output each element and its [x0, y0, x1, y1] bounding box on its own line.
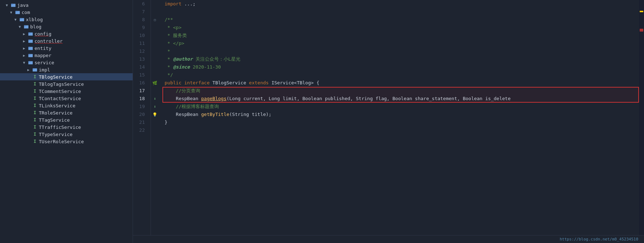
arrow-icon: ▼	[13, 17, 18, 22]
sidebar-item-com[interactable]: ▼ com	[0, 9, 133, 16]
gutter-line-22	[151, 126, 159, 134]
sidebar-item-ttagservice-label: TTagService	[39, 117, 70, 123]
sidebar-item-ttypeservice[interactable]: I TTypeService	[0, 131, 133, 138]
line-num-14: 14	[133, 63, 148, 71]
sidebar-item-mapper[interactable]: ▶ mapper	[0, 52, 133, 59]
sidebar-item-blog-label: blog	[30, 24, 41, 29]
interface-icon: I	[32, 117, 38, 123]
line-num-18: 18	[133, 95, 148, 103]
line-num-11: 11	[133, 39, 148, 47]
arrow-icon	[26, 139, 31, 144]
interface-icon: I	[32, 124, 38, 130]
svg-rect-15	[28, 54, 30, 55]
gutter-bean-18[interactable]: ⬇	[151, 95, 159, 103]
svg-rect-17	[28, 61, 30, 62]
arrow-icon	[26, 125, 31, 130]
line-num-6: 6	[133, 0, 148, 8]
sidebar-item-xlblog-label: xlblog	[26, 17, 43, 22]
code-line-16: public interface TBlogService extends IS…	[165, 79, 639, 87]
sidebar-item-tblogtagsservice-label: TBlogTagsService	[39, 81, 84, 87]
sidebar-item-troleservice[interactable]: I TRoleService	[0, 109, 133, 116]
code-line-7	[165, 8, 639, 16]
arrow-icon: ▶	[26, 67, 31, 72]
gutter-bean-19[interactable]: ⬇	[151, 103, 159, 111]
code-line-6: import ...;	[165, 0, 639, 8]
sidebar-item-entity[interactable]: ▶ entity	[0, 45, 133, 52]
code-line-9: * <p>	[165, 24, 639, 32]
folder-icon	[32, 67, 38, 73]
folder-icon	[28, 38, 33, 44]
file-tree[interactable]: ▼ java ▼ com ▼ xlblog ▼ blog ▶ config	[0, 0, 133, 243]
sidebar-item-blog[interactable]: ▼ blog	[0, 23, 133, 30]
arrow-icon: ▼	[17, 24, 22, 29]
arrow-icon: ▼	[9, 10, 14, 15]
code-line-11: * </p>	[165, 39, 639, 47]
sidebar-item-service[interactable]: ▼ service	[0, 59, 133, 66]
code-content[interactable]: import ...; /** * <p> * 服务类 * </p> *	[159, 0, 639, 235]
svg-rect-13	[28, 47, 30, 48]
arrow-icon: ▶	[22, 31, 27, 36]
folder-icon	[28, 52, 33, 58]
sidebar-item-impl[interactable]: ▶ impl	[0, 66, 133, 73]
svg-rect-5	[20, 18, 22, 19]
sidebar-item-tblogtagsservice[interactable]: I TBlogTagsService	[0, 80, 133, 88]
sidebar-item-tcontactservice[interactable]: I TContactService	[0, 95, 133, 102]
gutter-line-15	[151, 71, 159, 79]
code-line-12: *	[165, 47, 639, 55]
arrow-icon	[26, 110, 31, 115]
sidebar-item-tcommentservice[interactable]: I TCommentService	[0, 88, 133, 95]
gutter-line-21	[151, 118, 159, 126]
arrow-icon: ▼	[4, 3, 9, 8]
svg-rect-1	[11, 4, 13, 5]
sidebar-item-ttrafficservice[interactable]: I TTrafficService	[0, 123, 133, 131]
sidebar-item-java[interactable]: ▼ java	[0, 1, 133, 9]
gutter-line-10	[151, 32, 159, 39]
line-num-22: 22	[133, 126, 148, 134]
line-num-9: 9	[133, 24, 148, 32]
gutter-line-9	[151, 24, 159, 32]
line-num-12: 12	[133, 47, 148, 55]
gutter-line-17	[151, 87, 159, 95]
interface-icon: I	[32, 95, 38, 101]
sidebar-item-xlblog[interactable]: ▼ xlblog	[0, 16, 133, 23]
line-num-15: 15	[133, 71, 148, 79]
arrow-icon: ▶	[22, 53, 27, 58]
sidebar-item-tblogservice[interactable]: I TBlogService	[0, 73, 133, 80]
gutter-line-14	[151, 63, 159, 71]
arrow-icon	[26, 81, 31, 87]
svg-rect-9	[28, 33, 30, 34]
scroll-marker-yellow	[640, 11, 643, 12]
interface-icon: I	[32, 103, 38, 108]
line-num-16: 16	[133, 79, 148, 87]
minimap-scrollbar[interactable]	[639, 0, 644, 235]
gutter-line-6	[151, 0, 159, 8]
svg-rect-3	[15, 11, 17, 12]
sidebar-item-config[interactable]: ▶ config	[0, 30, 133, 37]
gutter-line-12	[151, 47, 159, 55]
interface-icon: I	[32, 81, 38, 87]
interface-icon: I	[32, 110, 38, 116]
code-line-13: * @author 关注公众号：小L星光	[165, 55, 639, 63]
editor-content: 6 7 8 9 10 11 12 13 14 15 16 17 18 19 20…	[133, 0, 644, 235]
sidebar-item-tuserroleservice-label: TUserRoleService	[39, 139, 84, 144]
svg-rect-11	[28, 40, 30, 41]
sidebar-item-tlinksservice[interactable]: I TLinksService	[0, 102, 133, 109]
line-num-7: 7	[133, 8, 148, 16]
sidebar-item-ttrafficservice-label: TTrafficService	[39, 125, 81, 130]
code-line-10: * 服务类	[165, 32, 639, 39]
gutter-bean-16[interactable]: 🌿	[151, 79, 159, 87]
sidebar-item-ttagservice[interactable]: I TTagService	[0, 116, 133, 123]
sidebar-item-tuserroleservice[interactable]: I TUserRoleService	[0, 138, 133, 145]
sidebar-item-tcontactservice-label: TContactService	[39, 96, 81, 101]
gutter-fold-8: ⊟	[151, 16, 159, 24]
arrow-icon	[26, 96, 31, 101]
arrow-icon	[26, 132, 31, 137]
gutter-line-7	[151, 8, 159, 16]
line-num-20: 20	[133, 111, 148, 118]
gutter-bean-20[interactable]: 💡	[151, 111, 159, 118]
sidebar-item-controller[interactable]: ▶ controller	[0, 37, 133, 45]
sidebar-item-com-label: com	[22, 10, 30, 15]
interface-icon: I	[32, 88, 38, 94]
code-line-20: RespBean getByTitle(String title);	[165, 111, 639, 118]
code-line-21: }	[165, 118, 639, 126]
